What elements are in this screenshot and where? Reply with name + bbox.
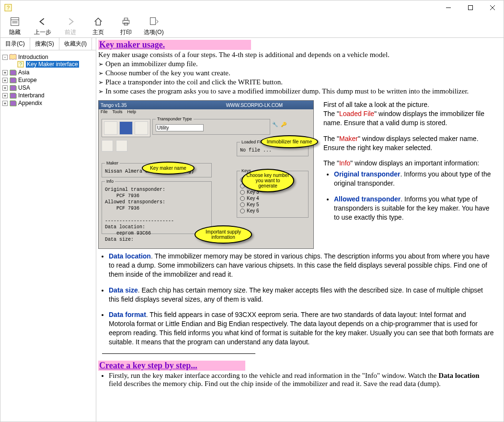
svg-rect-11 <box>124 18 127 21</box>
hide-label: 隐藏 <box>9 28 21 36</box>
figure-loaded-file-value: No file ... <box>240 148 272 153</box>
tree-node-interbrand[interactable]: Interbrand <box>18 92 45 99</box>
tree-node-europe[interactable]: Europe <box>18 77 37 83</box>
options-button[interactable]: 选项(O) <box>143 16 164 36</box>
book-icon <box>9 84 17 91</box>
tree-node-usa[interactable]: USA <box>18 84 30 91</box>
tree-node-appendix[interactable]: Appendix <box>18 100 42 106</box>
figure-transponder-type-label: Transponder Type <box>156 117 194 121</box>
step-4: In some cases the program asks you to sa… <box>105 87 469 95</box>
expander-icon[interactable]: - <box>2 55 8 60</box>
print-label: 打印 <box>120 28 132 36</box>
forward-icon <box>65 16 76 27</box>
content-pane[interactable]: Key maker usage. Key maker usage consist… <box>96 38 504 422</box>
toolbar: 隐藏 上一步 前进 主页 打印 选项(O) <box>0 15 504 38</box>
back-button[interactable]: 上一步 <box>32 16 53 36</box>
home-label: 主页 <box>92 28 104 36</box>
book-icon <box>9 69 17 76</box>
forward-label: 前进 <box>65 28 76 36</box>
figure-info-label: Info <box>105 179 115 184</box>
figure-tango-app: Tango v1.35 WWW.SCORPIO-LK.COM File Tool… <box>98 100 314 249</box>
data-size-term: Data size <box>109 286 138 294</box>
step-by-step-1: Firstly, run the key maker interface acc… <box>109 372 494 388</box>
allowed-transponder-term: Allowed transponder <box>334 195 401 203</box>
svg-text:?: ? <box>19 62 22 67</box>
maximize-button[interactable] <box>459 0 481 15</box>
wrench-icon: 🔧 <box>272 122 278 127</box>
figure-menu-help: Help <box>127 109 137 116</box>
svg-text:?: ? <box>7 5 10 11</box>
expander-icon[interactable]: + <box>2 78 8 83</box>
close-button[interactable] <box>481 0 504 15</box>
back-label: 上一步 <box>34 28 51 36</box>
options-label: 选项(O) <box>144 28 163 36</box>
figure-menu-tools: Tools <box>113 109 123 116</box>
print-icon <box>120 16 132 27</box>
svg-rect-10 <box>123 20 129 23</box>
figure-app-title: Tango v1.35 <box>101 103 127 108</box>
info-term: Info <box>339 159 350 167</box>
figure-menu-file: File <box>101 109 108 116</box>
home-button[interactable]: 主页 <box>88 16 109 36</box>
minimize-button[interactable] <box>437 0 459 15</box>
hide-button[interactable]: 隐藏 <box>4 16 25 36</box>
book-open-icon <box>9 54 17 60</box>
step-3: Place a transponder into the coil and cl… <box>105 78 283 86</box>
tab-contents[interactable]: 目录(C) <box>0 38 30 50</box>
step-1: Open an immobilizer dump file. <box>105 60 198 68</box>
callout-supply-info: Important supply information <box>195 225 252 244</box>
topic-icon: ? <box>17 61 24 68</box>
figure-transponder-type-value: Utility <box>156 124 204 131</box>
key-icon: 🔑 <box>281 122 286 127</box>
expander-icon[interactable]: + <box>2 101 8 106</box>
titlebar: ? <box>0 0 504 15</box>
callout-choose-key: Choose key number you want to generate <box>241 169 294 192</box>
main-area: 目录(C) 搜索(S) 收藏夹(I) - Introduction <box>0 38 504 422</box>
expander-icon[interactable]: + <box>2 93 8 98</box>
app-icon: ? <box>4 4 12 12</box>
maker-term: Maker <box>339 135 358 142</box>
heading-keymaker-usage: Key maker usage. <box>98 40 251 50</box>
tab-search[interactable]: 搜索(S) <box>30 38 59 50</box>
data-location-term: Data location <box>109 252 151 260</box>
figure-maker-label: Maker <box>105 161 120 165</box>
svg-rect-3 <box>469 6 473 10</box>
figure-info-text: Original transponder: PCF 7936 Allowed t… <box>105 187 208 243</box>
expander-icon[interactable]: + <box>2 70 8 75</box>
tree-view[interactable]: - Introduction ? Key Maker interface <box>0 50 96 422</box>
book-icon <box>9 92 17 99</box>
back-icon <box>37 16 48 27</box>
tab-favorites[interactable]: 收藏夹(I) <box>59 38 92 50</box>
tree-node-keymaker-interface[interactable]: Key Maker interface <box>26 61 79 68</box>
callout-immobilizer-filename: Immobilizer file name <box>261 135 318 148</box>
divider <box>102 353 255 354</box>
expander-icon[interactable]: + <box>2 85 8 91</box>
heading-create-key: Create a key step by step... <box>98 361 245 371</box>
original-transponder-term: Original transponder <box>334 170 400 178</box>
print-button[interactable]: 打印 <box>115 16 137 36</box>
book-icon <box>9 77 17 83</box>
tree-node-introduction[interactable]: Introduction <box>18 54 48 60</box>
step-2: Choose number of the key you want create… <box>105 69 230 77</box>
sidebar-tabs: 目录(C) 搜索(S) 收藏夹(I) <box>0 38 96 50</box>
callout-keymaker-name: Key maker name <box>142 162 195 175</box>
svg-rect-12 <box>124 23 127 25</box>
figure-side-text: First of all take a look at the picture.… <box>323 100 494 222</box>
loaded-file-term: Loaded File <box>339 110 374 117</box>
tree-node-asia[interactable]: Asia <box>18 69 29 76</box>
hide-icon <box>9 16 21 27</box>
forward-button[interactable]: 前进 <box>60 16 81 36</box>
figure-url: WWW.SCORPIO-LK.COM <box>226 103 283 108</box>
home-icon <box>92 16 104 27</box>
intro-text: Key maker usage consists of a four steps… <box>98 51 494 59</box>
data-format-term: Data format <box>109 311 146 318</box>
svg-rect-13 <box>150 18 156 25</box>
app-window: ? 隐藏 上一步 前进 主页 打印 <box>0 0 504 422</box>
sidebar: 目录(C) 搜索(S) 收藏夹(I) - Introduction <box>0 38 96 422</box>
book-icon <box>9 100 17 106</box>
options-icon <box>148 16 160 27</box>
